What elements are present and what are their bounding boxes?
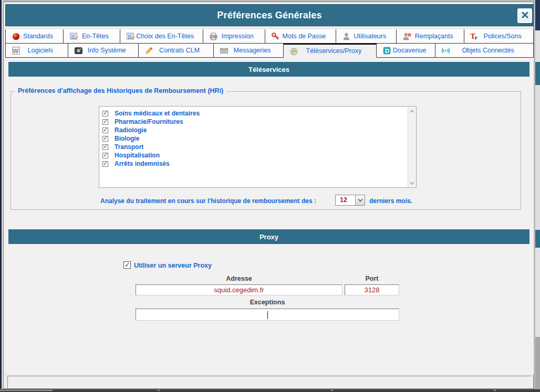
header-doc-icon: ABCABC bbox=[69, 32, 78, 41]
hri-item-biologie[interactable]: Biologie bbox=[102, 134, 407, 143]
tab-contrats-clm[interactable]: Contrats CLM bbox=[139, 44, 214, 58]
background-fragment bbox=[535, 85, 540, 230]
tab-label: Impression bbox=[214, 33, 253, 40]
hri-item-label: Hospitalisation bbox=[115, 152, 160, 159]
use-proxy-checkbox[interactable] bbox=[123, 261, 131, 269]
proxy-section-header: Proxy bbox=[8, 229, 529, 244]
background-fragment bbox=[535, 230, 540, 248]
scroll-up-icon[interactable] bbox=[408, 107, 416, 115]
background-fragment bbox=[535, 248, 540, 337]
background-fragment bbox=[0, 390, 53, 391]
vitale-card-icon bbox=[289, 47, 298, 56]
hri-item-arrets-indemnises[interactable]: Arrêts indemnisés bbox=[102, 160, 407, 168]
red-key-icon bbox=[271, 32, 280, 41]
background-fragment bbox=[535, 0, 540, 30]
tab-polices-sons[interactable]: TrPolices/Sons bbox=[464, 29, 534, 44]
background-window-edge-bottom bbox=[0, 389, 540, 392]
tab-en-tetes[interactable]: ABCABCEn-Têtes bbox=[64, 29, 120, 44]
hri-list: Soins médicaux et dentairesPharmacie/Fou… bbox=[99, 107, 407, 187]
tab-label: Choix des En-Têtes bbox=[129, 33, 194, 40]
hri-item-transport[interactable]: Transport bbox=[102, 143, 407, 151]
tab-label: Objets Connectés bbox=[454, 47, 514, 54]
tab-label: Contrats CLM bbox=[152, 47, 200, 54]
tab-label: Logiciels bbox=[20, 47, 54, 54]
chevron-down-icon[interactable] bbox=[355, 195, 365, 205]
background-fragment bbox=[331, 390, 333, 391]
svg-text:r: r bbox=[475, 35, 477, 40]
tab-label: Utilisateurs bbox=[346, 33, 386, 40]
mail-icon bbox=[220, 46, 229, 55]
exceptions-field[interactable] bbox=[136, 309, 399, 321]
close-icon bbox=[521, 11, 529, 21]
listbox-scrollbar[interactable] bbox=[408, 107, 416, 187]
port-label: Port bbox=[345, 275, 399, 282]
hri-item-label: Biologie bbox=[115, 135, 139, 142]
hri-checkbox[interactable] bbox=[102, 136, 108, 142]
tab-label: Standards bbox=[16, 33, 53, 40]
hri-item-label: Radiologie bbox=[115, 126, 147, 134]
header-doc-icon: ABCABC bbox=[126, 32, 135, 41]
close-button[interactable] bbox=[517, 8, 532, 23]
analysis-suffix-label: derniers mois. bbox=[369, 197, 412, 205]
background-fragment bbox=[535, 62, 540, 85]
tab-utilisateurs[interactable]: Utilisateurs bbox=[336, 29, 397, 44]
hri-item-label: Arrêts indemnisés bbox=[115, 160, 170, 167]
tab-label: Docavenue bbox=[386, 47, 426, 54]
port-field[interactable]: 3128 bbox=[345, 284, 399, 295]
text-caret bbox=[267, 311, 268, 319]
background-fragment bbox=[535, 337, 540, 392]
scroll-down-icon[interactable] bbox=[408, 179, 416, 187]
tab-docavenue[interactable]: DDocavenue bbox=[377, 44, 435, 58]
proxy-section-title: Proxy bbox=[259, 233, 278, 241]
hri-checkbox[interactable] bbox=[102, 161, 108, 167]
hri-checkbox[interactable] bbox=[102, 144, 108, 150]
tab-standards[interactable]: Standards bbox=[6, 29, 64, 44]
exceptions-label: Exceptions bbox=[136, 299, 399, 306]
tab-info-systeme[interactable]: Info Système bbox=[68, 44, 139, 58]
user-r-icon: R bbox=[402, 32, 411, 41]
title-bar[interactable]: Préférences Générales bbox=[5, 4, 534, 26]
hri-item-label: Soins médicaux et dentaires bbox=[115, 110, 200, 117]
printer-icon bbox=[209, 32, 218, 41]
tab-messageries[interactable]: Messageries bbox=[214, 44, 284, 58]
tab-row-2: WLogicielsInfo SystèmeContrats CLMMessag… bbox=[5, 44, 534, 58]
tab-logiciels[interactable]: WLogiciels bbox=[6, 44, 68, 58]
tab-label: En-Têtes bbox=[75, 33, 109, 40]
use-proxy-label: Utiliser un serveur Proxy bbox=[134, 262, 212, 269]
tab-teleservices-proxy[interactable]: Téléservices/Proxy bbox=[284, 44, 377, 58]
hri-item-soins-medicaux-et-dentaires[interactable]: Soins médicaux et dentaires bbox=[102, 109, 407, 118]
hri-checkbox[interactable] bbox=[102, 111, 108, 116]
address-field[interactable]: squid.cegedim.fr bbox=[136, 284, 342, 295]
hri-checkbox[interactable] bbox=[102, 128, 108, 133]
hri-item-radiologie[interactable]: Radiologie bbox=[102, 126, 407, 134]
tab-mots-de-passe[interactable]: Mots de Passe bbox=[265, 29, 337, 44]
hri-checkbox[interactable] bbox=[102, 119, 108, 125]
address-label: Adresse bbox=[136, 275, 342, 282]
tab-remplacants[interactable]: RRemplaçants bbox=[397, 29, 464, 44]
hri-listbox[interactable]: Soins médicaux et dentairesPharmacie/Fou… bbox=[99, 106, 417, 188]
hri-item-pharmacie-fournitures[interactable]: Pharmacie/Fournitures bbox=[102, 118, 407, 126]
tab-impression[interactable]: Impression bbox=[203, 29, 265, 44]
hri-item-hospitalisation[interactable]: Hospitalisation bbox=[102, 151, 407, 160]
background-window-edge-right bbox=[535, 0, 540, 392]
tab-label: Messageries bbox=[226, 47, 271, 54]
docavenue-icon: D bbox=[382, 46, 391, 55]
tab-choix-des-en-tetes[interactable]: ABCABCChoix des En-Têtes bbox=[120, 29, 203, 44]
background-fragment bbox=[158, 390, 160, 391]
tab-objets-connectes[interactable]: Objets Connectés bbox=[435, 44, 534, 58]
tab-row-1: StandardsABCABCEn-TêtesABCABCChoix des E… bbox=[5, 29, 534, 44]
months-dropdown[interactable]: 12 bbox=[335, 195, 365, 206]
wireless-icon bbox=[441, 46, 450, 55]
screen: Préférences Générales StandardsABCABCEn-… bbox=[0, 0, 540, 392]
tab-label: Remplaçants bbox=[408, 33, 453, 40]
svg-text:R: R bbox=[408, 33, 411, 38]
system-icon bbox=[74, 46, 83, 55]
hri-item-label: Pharmacie/Fournitures bbox=[115, 118, 183, 125]
teleservices-section-header: Téléservices bbox=[8, 62, 529, 77]
teleservices-section-title: Téléservices bbox=[248, 66, 289, 73]
svg-text:D: D bbox=[385, 48, 389, 54]
hri-checkbox[interactable] bbox=[102, 153, 108, 158]
background-fragment bbox=[535, 30, 540, 62]
red-sphere-icon bbox=[12, 32, 20, 41]
w-letter-icon: W bbox=[12, 46, 20, 55]
